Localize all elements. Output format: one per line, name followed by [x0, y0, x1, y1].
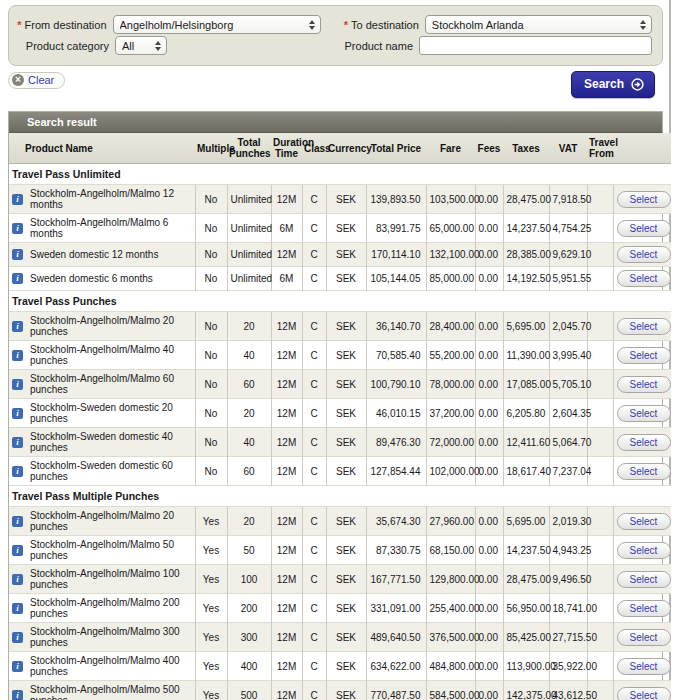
- info-icon[interactable]: [12, 545, 23, 556]
- col-taxes: Taxes: [503, 133, 549, 164]
- fare-cell: 132,100.00: [426, 243, 475, 267]
- currency-cell: SEK: [326, 536, 366, 565]
- info-icon[interactable]: [12, 632, 23, 643]
- select-button[interactable]: Select: [617, 513, 671, 530]
- info-icon[interactable]: [12, 466, 23, 477]
- select-button[interactable]: Select: [617, 318, 671, 335]
- select-cell: Select: [613, 565, 671, 594]
- select-button[interactable]: Select: [617, 434, 671, 451]
- info-icon[interactable]: [12, 249, 23, 260]
- product-category-select[interactable]: All: [115, 36, 167, 55]
- product-row: Stockholm-Angelholm/Malmo 40 punchesNo40…: [9, 341, 671, 370]
- product-row: Stockholm-Angelholm/Malmo 300 punchesYes…: [9, 623, 671, 652]
- multiple-cell: Yes: [195, 594, 227, 623]
- info-icon[interactable]: [12, 223, 23, 234]
- product-name-label: Product name: [327, 40, 419, 52]
- info-icon[interactable]: [12, 574, 23, 585]
- col-select: [613, 133, 671, 164]
- vat-cell: 7,237.04: [549, 457, 587, 486]
- section-header-row: Travel Pass Multiple Punches: [9, 486, 671, 507]
- info-icon[interactable]: [12, 273, 23, 284]
- select-button[interactable]: Select: [617, 347, 671, 364]
- select-button[interactable]: Select: [617, 542, 671, 559]
- info-icon[interactable]: [12, 661, 23, 672]
- total-price-cell: 70,585.40: [366, 341, 426, 370]
- from-destination-select[interactable]: Angelholm/Helsingborg: [113, 15, 322, 34]
- select-cell: Select: [613, 536, 671, 565]
- currency-cell: SEK: [326, 594, 366, 623]
- product-row: Stockholm-Sweden domestic 60 punchesNo60…: [9, 457, 671, 486]
- info-icon[interactable]: [12, 350, 23, 361]
- info-icon[interactable]: [12, 516, 23, 527]
- col-travel-from: Travel From: [587, 133, 613, 164]
- select-button[interactable]: Select: [617, 191, 671, 208]
- search-form-panel: *From destination Angelholm/Helsingborg …: [8, 5, 663, 66]
- product-name-cell: Stockholm-Angelholm/Malmo 100 punches: [9, 565, 195, 594]
- results-table-header: Product Name Multiple Total Punches Dura…: [9, 133, 671, 164]
- product-name-input[interactable]: [419, 36, 652, 55]
- fare-cell: 27,960.00: [426, 507, 475, 536]
- info-icon[interactable]: [12, 437, 23, 448]
- currency-cell: SEK: [326, 312, 366, 341]
- product-row: Stockholm-Angelholm/Malmo 6 monthsNoUnli…: [9, 214, 671, 243]
- select-button[interactable]: Select: [617, 629, 671, 646]
- product-category-value: All: [122, 40, 153, 52]
- info-icon[interactable]: [12, 194, 23, 205]
- select-button[interactable]: Select: [617, 600, 671, 617]
- taxes-cell: 6,205.80: [503, 399, 549, 428]
- taxes-cell: 11,390.00: [503, 341, 549, 370]
- select-button[interactable]: Select: [617, 687, 671, 700]
- info-icon[interactable]: [12, 690, 23, 700]
- duration-time-cell: 12M: [271, 185, 302, 214]
- to-destination-select[interactable]: Stockholm Arlanda: [425, 15, 652, 34]
- select-button[interactable]: Select: [617, 463, 671, 480]
- currency-cell: SEK: [326, 370, 366, 399]
- select-button[interactable]: Select: [617, 405, 671, 422]
- to-destination-value: Stockholm Arlanda: [432, 19, 638, 31]
- product-name: Stockholm-Angelholm/Malmo 50 punches: [30, 539, 192, 561]
- multiple-cell: Yes: [195, 507, 227, 536]
- duration-time-cell: 12M: [271, 536, 302, 565]
- search-result-title: Search result: [9, 112, 662, 133]
- select-cell: Select: [613, 681, 671, 700]
- taxes-cell: 12,411.60: [503, 428, 549, 457]
- section-title: Travel Pass Multiple Punches: [9, 486, 671, 507]
- select-button[interactable]: Select: [617, 658, 671, 675]
- currency-cell: SEK: [326, 652, 366, 681]
- info-icon[interactable]: [12, 408, 23, 419]
- vat-cell: 43,612.50: [549, 681, 587, 700]
- class-cell: C: [302, 341, 326, 370]
- taxes-cell: 56,950.00: [503, 594, 549, 623]
- vat-cell: 7,918.50: [549, 185, 587, 214]
- select-button[interactable]: Select: [617, 246, 671, 263]
- select-button[interactable]: Select: [617, 376, 671, 393]
- select-cell: Select: [613, 370, 671, 399]
- info-icon[interactable]: [12, 321, 23, 332]
- class-cell: C: [302, 267, 326, 291]
- product-name: Sweden domestic 12 months: [30, 249, 158, 260]
- fare-cell: 85,000.00: [426, 267, 475, 291]
- select-button[interactable]: Select: [617, 270, 671, 287]
- fare-cell: 68,150.00: [426, 536, 475, 565]
- taxes-cell: 28,475.00: [503, 185, 549, 214]
- total-price-cell: 46,010.15: [366, 399, 426, 428]
- currency-cell: SEK: [326, 681, 366, 700]
- fees-cell: 0.00: [475, 370, 503, 399]
- total-punches-cell: 60: [227, 457, 271, 486]
- product-name-cell: Stockholm-Angelholm/Malmo 60 punches: [9, 370, 195, 399]
- clear-button[interactable]: Clear: [8, 72, 65, 89]
- info-icon[interactable]: [12, 603, 23, 614]
- search-button[interactable]: Search: [571, 71, 655, 98]
- from-destination-label: *From destination: [15, 19, 113, 31]
- select-button[interactable]: Select: [617, 220, 671, 237]
- fees-cell: 0.00: [475, 341, 503, 370]
- total-punches-cell: 40: [227, 428, 271, 457]
- duration-time-cell: 12M: [271, 457, 302, 486]
- product-name-cell: Stockholm-Angelholm/Malmo 300 punches: [9, 623, 195, 652]
- fees-cell: 0.00: [475, 214, 503, 243]
- select-button[interactable]: Select: [617, 571, 671, 588]
- product-name-cell: Stockholm-Angelholm/Malmo 200 punches: [9, 594, 195, 623]
- to-destination-label: *To destination: [335, 19, 425, 31]
- section-title: Travel Pass Punches: [9, 291, 671, 312]
- info-icon[interactable]: [12, 379, 23, 390]
